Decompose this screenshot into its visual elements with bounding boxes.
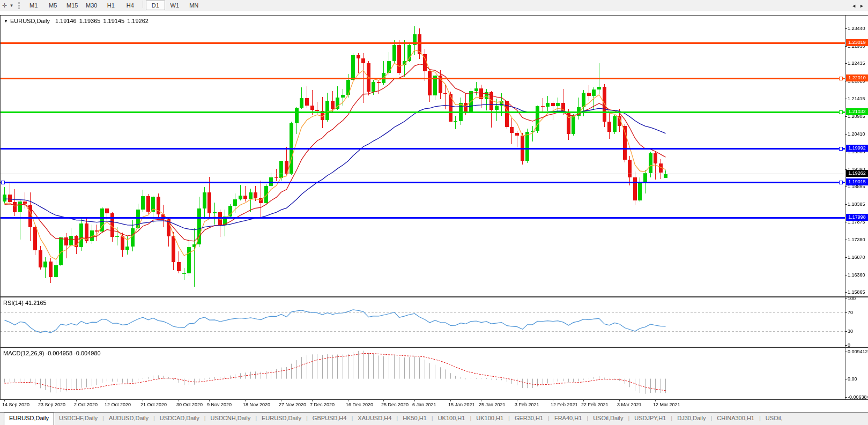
rsi-tick-mark	[845, 312, 847, 313]
price-tick-mark	[845, 257, 847, 258]
chart-tab-usoil-[interactable]: USOil,	[761, 413, 788, 425]
price-tick-mark	[845, 116, 847, 117]
date-tick-label: 3 Mar 2021	[617, 402, 642, 407]
chart-canvas[interactable]	[0, 0, 868, 425]
price-tick-label: 1.16360	[848, 272, 865, 278]
date-tick-label: 12 Oct 2020	[105, 402, 131, 407]
rsi-indicator-label: RSI(14) 41.2165	[3, 300, 47, 306]
price-tick-label: 1.17380	[848, 237, 865, 242]
chart-tab-xauusd-h4[interactable]: XAUUSD,H4	[353, 413, 396, 425]
date-tick-label: 25 Jan 2021	[479, 402, 506, 407]
chart-tab-ger30-h1[interactable]: GER30,H1	[510, 413, 548, 425]
date-tick-label: 14 Sep 2020	[2, 402, 29, 407]
date-tick-label: 9 Nov 2020	[207, 402, 232, 407]
price-tick-label: 1.22435	[848, 61, 865, 66]
rsi-tick-mark	[845, 331, 847, 332]
chart-tab-dj30-daily[interactable]: DJ30,Daily	[672, 413, 710, 425]
date-tick-label: 25 Dec 2020	[381, 402, 409, 407]
date-tick-label: 16 Dec 2020	[346, 402, 373, 407]
hline-price-tag[interactable]: 1.23019	[846, 39, 868, 46]
date-tick-label: 27 Nov 2020	[279, 402, 306, 407]
price-tick-label: 1.21415	[848, 96, 865, 101]
chart-open-value: 1.19146	[55, 18, 77, 24]
chart-tab-usdcnh-daily[interactable]: USDCNH,Daily	[206, 413, 256, 425]
macd-tick-mark	[845, 352, 847, 352]
current-price-tag: 1.19262	[846, 170, 868, 177]
chart-tab-eurusd-daily[interactable]: EURUSD,Daily	[4, 413, 54, 425]
chart-tab-gbpusd-h4[interactable]: GBPUSD,H4	[308, 413, 352, 425]
chart-tabs: EURUSD,DailyUSDCHF,Daily|AUDUSD,Daily|US…	[0, 413, 788, 425]
macd-tick-label: 0.009412	[848, 349, 868, 354]
date-tick-label: 6 Jan 2021	[412, 402, 436, 407]
chart-tab-china300-h1[interactable]: CHINA300,H1	[712, 413, 759, 425]
hline-price-tag[interactable]: 1.21032	[846, 108, 868, 115]
date-tick-label: 12 Feb 2021	[551, 402, 578, 407]
chart-low-value: 1.19145	[103, 18, 124, 24]
chart-symbol-period: EURUSD,Daily	[10, 18, 50, 24]
price-tick-mark	[845, 63, 847, 64]
tabs-scroll-left-button[interactable]: ◄	[850, 3, 858, 9]
date-tick-label: 2 Oct 2020	[74, 402, 98, 407]
chart-tab-usdcad-daily[interactable]: USDCAD,Daily	[155, 413, 204, 425]
price-tick-mark	[845, 28, 847, 29]
macd-tick-label: 0.00	[848, 376, 857, 382]
macd-tick-mark	[845, 379, 847, 379]
hline-price-tag[interactable]: 1.19992	[846, 145, 868, 152]
macd-tick-label: -0.006384	[848, 394, 868, 400]
date-tick-label: 12 Mar 2021	[653, 402, 680, 407]
price-tick-mark	[845, 152, 847, 152]
price-tick-mark	[845, 46, 847, 47]
chart-close-value: 1.19262	[127, 18, 149, 24]
hline-price-tag[interactable]: 1.19015	[846, 178, 868, 185]
date-tick-label: 30 Oct 2020	[176, 402, 203, 407]
chart-tab-audusd-daily[interactable]: AUDUSD,Daily	[104, 413, 153, 425]
price-tick-mark	[845, 204, 847, 205]
price-tick-mark	[845, 99, 847, 99]
date-tick-label: 18 Nov 2020	[243, 402, 270, 407]
price-tick-mark	[845, 187, 847, 187]
price-tick-mark	[845, 134, 847, 135]
chart-tab-uk100-h1[interactable]: UK100,H1	[471, 413, 508, 425]
rsi-tick-mark	[845, 299, 847, 299]
price-tick-label: 1.23440	[848, 26, 865, 31]
rsi-tick-label: 100	[848, 296, 856, 301]
price-tick-mark	[845, 240, 847, 240]
price-tick-mark	[845, 222, 847, 222]
price-tick-mark	[845, 292, 847, 293]
rsi-tick-label: 30	[848, 329, 853, 334]
price-tick-label: 1.15865	[848, 289, 865, 295]
chart-tab-usdjpy-h1[interactable]: USDJPY,H1	[629, 413, 671, 425]
price-tick-mark	[845, 275, 847, 275]
date-tick-label: 22 Feb 2021	[581, 402, 609, 407]
date-tick-label: 15 Jan 2021	[448, 402, 475, 407]
tab-scroll-arrows: ◄►	[850, 3, 866, 9]
price-tick-label: 1.20410	[848, 131, 865, 137]
price-tick-label: 1.16870	[848, 255, 865, 260]
macd-indicator-label: MACD(12,26,9) -0.004958 -0.004980	[3, 350, 101, 356]
chart-tab-usoil-daily[interactable]: USOil,Daily	[588, 413, 628, 425]
chart-tab-usdchf-daily[interactable]: USDCHF,Daily	[54, 413, 102, 425]
date-tick-label: 3 Feb 2021	[515, 402, 539, 407]
chart-title: ▼EURUSD,Daily1.191461.193651.191451.1926…	[4, 18, 151, 24]
date-tick-label: 21 Oct 2020	[140, 402, 167, 407]
chart-tab-eurusd-daily[interactable]: EURUSD,Daily	[257, 413, 306, 425]
chart-tab-bar: EURUSD,DailyUSDCHF,Daily|AUDUSD,Daily|US…	[0, 412, 868, 425]
tabs-scroll-right-button[interactable]: ►	[858, 3, 866, 9]
rsi-tick-label: 70	[848, 310, 853, 315]
date-tick-label: 23 Sep 2020	[38, 402, 65, 407]
chart-tab-fra40-h1[interactable]: FRA40,H1	[550, 413, 587, 425]
chart-high-value: 1.19365	[79, 18, 101, 24]
rsi-tick-label: 0	[848, 342, 850, 348]
hline-price-tag[interactable]: 1.17998	[846, 214, 868, 221]
date-tick-label: 7 Dec 2020	[310, 402, 335, 407]
collapse-triangle-icon[interactable]: ▼	[4, 19, 8, 24]
rsi-tick-mark	[845, 345, 847, 346]
hline-price-tag[interactable]: 1.22010	[846, 74, 868, 81]
chart-tab-hk50-h1[interactable]: HK50,H1	[398, 413, 432, 425]
macd-tick-mark	[845, 397, 847, 398]
chart-tab-uk100-h1[interactable]: UK100,H1	[433, 413, 470, 425]
price-tick-label: 1.18385	[848, 202, 865, 207]
